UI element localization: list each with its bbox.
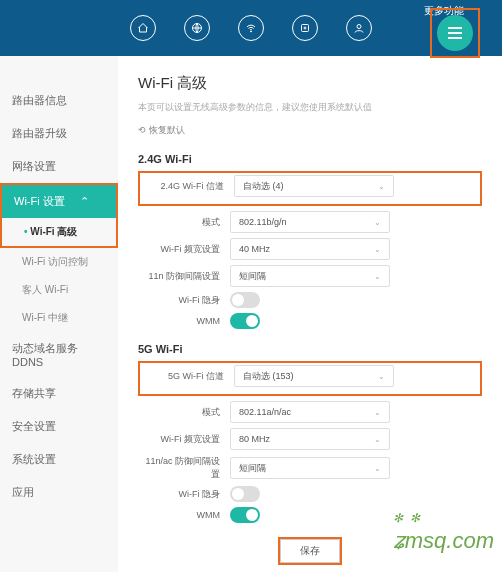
highlight-channel-5g: 5G Wi-Fi 信道 自动选 (153)⌄ bbox=[138, 361, 482, 396]
label-mode-24g: 模式 bbox=[138, 216, 230, 229]
highlight-save: 保存 bbox=[278, 537, 342, 565]
sidebar-item-security[interactable]: 安全设置 bbox=[0, 410, 118, 443]
label-wmm-24g: WMM bbox=[138, 316, 230, 326]
section-5g: 5G Wi-Fi 5G Wi-Fi 信道 自动选 (153)⌄ 模式802.11… bbox=[138, 343, 482, 523]
label-channel-5g: 5G Wi-Fi 信道 bbox=[142, 370, 234, 383]
sidebar-sub-wifi-advanced[interactable]: Wi-Fi 高级 bbox=[2, 218, 116, 246]
label-guard-5g: 11n/ac 防御间隔设置 bbox=[138, 455, 230, 481]
chevron-down-icon: ⌄ bbox=[378, 182, 385, 191]
chevron-down-icon: ⌄ bbox=[374, 245, 381, 254]
chevron-down-icon: ⌄ bbox=[378, 372, 385, 381]
sidebar-item-wifi-settings[interactable]: Wi-Fi 设置 ⌃ bbox=[2, 185, 116, 218]
label-bw-5g: Wi-Fi 频宽设置 bbox=[138, 433, 230, 446]
sidebar-item-label: Wi-Fi 设置 bbox=[14, 194, 65, 209]
label-mode-5g: 模式 bbox=[138, 406, 230, 419]
chevron-down-icon: ⌄ bbox=[374, 272, 381, 281]
chevron-down-icon: ⌄ bbox=[374, 218, 381, 227]
section-title-5g: 5G Wi-Fi bbox=[138, 343, 482, 355]
page-title: Wi-Fi 高级 bbox=[138, 74, 482, 93]
label-channel-24g: 2.4G Wi-Fi 信道 bbox=[142, 180, 234, 193]
select-channel-24g[interactable]: 自动选 (4)⌄ bbox=[234, 175, 394, 197]
content-panel: Wi-Fi 高级 本页可以设置无线高级参数的信息，建议您使用系统默认值 恢复默认… bbox=[118, 56, 502, 572]
section-24g: 2.4G Wi-Fi 2.4G Wi-Fi 信道 自动选 (4)⌄ 模式802.… bbox=[138, 153, 482, 329]
sidebar-sub-guest-wifi[interactable]: 客人 Wi-Fi bbox=[0, 276, 118, 304]
save-button[interactable]: 保存 bbox=[280, 539, 340, 563]
reset-link[interactable]: 恢复默认 bbox=[138, 124, 482, 137]
select-mode-5g[interactable]: 802.11a/n/ac⌄ bbox=[230, 401, 390, 423]
section-title-24g: 2.4G Wi-Fi bbox=[138, 153, 482, 165]
sidebar-item-network[interactable]: 网络设置 bbox=[0, 150, 118, 183]
page-desc: 本页可以设置无线高级参数的信息，建议您使用系统默认值 bbox=[138, 101, 482, 114]
label-hidden-24g: Wi-Fi 隐身 bbox=[138, 294, 230, 307]
label-wmm-5g: WMM bbox=[138, 510, 230, 520]
toggle-wmm-5g[interactable] bbox=[230, 507, 260, 523]
select-guard-24g[interactable]: 短间隔⌄ bbox=[230, 265, 390, 287]
globe-icon[interactable] bbox=[184, 15, 210, 41]
highlight-hamburger bbox=[430, 8, 480, 58]
highlight-wifi-section: Wi-Fi 设置 ⌃ Wi-Fi 高级 bbox=[0, 183, 118, 248]
sidebar-item-app[interactable]: 应用 bbox=[0, 476, 118, 509]
label-bw-24g: Wi-Fi 频宽设置 bbox=[138, 243, 230, 256]
label-guard-24g: 11n 防御间隔设置 bbox=[138, 270, 230, 283]
wifi-icon[interactable] bbox=[238, 15, 264, 41]
select-bw-5g[interactable]: 80 MHz⌄ bbox=[230, 428, 390, 450]
devices-icon[interactable] bbox=[292, 15, 318, 41]
top-nav: 更多功能 bbox=[0, 0, 502, 56]
sidebar-item-ddns[interactable]: 动态域名服务 DDNS bbox=[0, 332, 118, 377]
home-icon[interactable] bbox=[130, 15, 156, 41]
sidebar-sub-wifi-repeater[interactable]: Wi-Fi 中继 bbox=[0, 304, 118, 332]
sidebar-item-router-info[interactable]: 路由器信息 bbox=[0, 84, 118, 117]
hamburger-menu-button[interactable] bbox=[437, 15, 473, 51]
label-hidden-5g: Wi-Fi 隐身 bbox=[138, 488, 230, 501]
svg-rect-2 bbox=[302, 25, 309, 32]
select-channel-5g[interactable]: 自动选 (153)⌄ bbox=[234, 365, 394, 387]
svg-point-4 bbox=[357, 25, 361, 29]
select-guard-5g[interactable]: 短间隔⌄ bbox=[230, 457, 390, 479]
chevron-down-icon: ⌄ bbox=[374, 435, 381, 444]
sidebar-item-system[interactable]: 系统设置 bbox=[0, 443, 118, 476]
select-bw-24g[interactable]: 40 MHz⌄ bbox=[230, 238, 390, 260]
svg-point-3 bbox=[304, 27, 306, 29]
svg-point-1 bbox=[251, 31, 252, 32]
highlight-channel-24g: 2.4G Wi-Fi 信道 自动选 (4)⌄ bbox=[138, 171, 482, 206]
chevron-down-icon: ⌄ bbox=[374, 408, 381, 417]
toggle-hidden-24g[interactable] bbox=[230, 292, 260, 308]
chevron-down-icon: ⌄ bbox=[374, 464, 381, 473]
toggle-wmm-24g[interactable] bbox=[230, 313, 260, 329]
sidebar-item-router-upgrade[interactable]: 路由器升级 bbox=[0, 117, 118, 150]
sidebar-sub-wifi-access[interactable]: Wi-Fi 访问控制 bbox=[0, 248, 118, 276]
sidebar: 路由器信息 路由器升级 网络设置 Wi-Fi 设置 ⌃ Wi-Fi 高级 Wi-… bbox=[0, 56, 118, 572]
select-mode-24g[interactable]: 802.11b/g/n⌄ bbox=[230, 211, 390, 233]
chevron-up-icon: ⌃ bbox=[80, 195, 89, 208]
user-icon[interactable] bbox=[346, 15, 372, 41]
toggle-hidden-5g[interactable] bbox=[230, 486, 260, 502]
sidebar-item-storage[interactable]: 存储共享 bbox=[0, 377, 118, 410]
